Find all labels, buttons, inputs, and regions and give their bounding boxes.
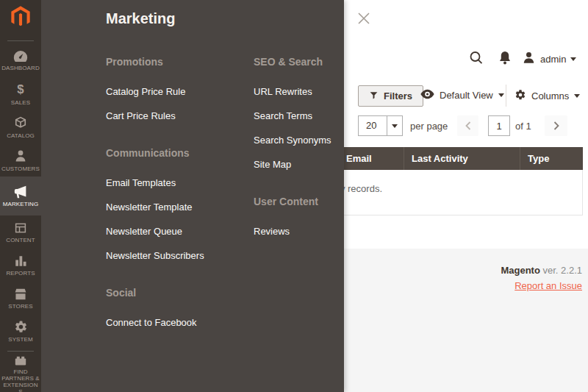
dashboard-icon bbox=[13, 50, 28, 63]
menu-item-catalog-price-rule[interactable]: Catalog Price Rule bbox=[106, 86, 245, 98]
chevron-down-icon bbox=[570, 57, 576, 61]
report-an-issue-link[interactable]: Report an Issue bbox=[514, 280, 582, 291]
svg-text:$: $ bbox=[17, 82, 24, 96]
section-heading: Communications bbox=[106, 147, 245, 160]
search-icon[interactable] bbox=[468, 50, 484, 69]
default-view-dropdown[interactable]: Default View bbox=[420, 89, 504, 101]
sidebar-divider bbox=[7, 351, 34, 352]
flyout-column-2: SEO & Search URL Rewrites Search Terms S… bbox=[254, 56, 379, 263]
gear-icon bbox=[14, 320, 28, 334]
marketing-flyout-menu: Marketing Promotions Catalog Price Rule … bbox=[41, 0, 344, 392]
menu-item-search-terms[interactable]: Search Terms bbox=[254, 110, 379, 122]
user-icon bbox=[522, 51, 536, 68]
per-page-label: per page bbox=[410, 121, 448, 132]
version-number: ver. 2.2.1 bbox=[543, 265, 582, 276]
notifications-bell-icon[interactable] bbox=[497, 49, 513, 70]
chevron-down-icon bbox=[392, 124, 398, 128]
section-communications: Communications Email Templates Newslette… bbox=[106, 147, 245, 262]
menu-item-email-templates[interactable]: Email Templates bbox=[106, 177, 245, 189]
sidebar-item-sales[interactable]: $ SALES bbox=[0, 77, 41, 110]
gear-icon bbox=[514, 89, 526, 103]
section-promotions: Promotions Catalog Price Rule Cart Price… bbox=[106, 56, 245, 122]
chevron-down-icon bbox=[498, 93, 504, 97]
menu-item-newsletter-template[interactable]: Newsletter Template bbox=[106, 202, 245, 213]
admin-sidebar: DASHBOARD $ SALES CATALOG CUSTOMERS MARK… bbox=[0, 0, 41, 392]
magento-logo[interactable] bbox=[9, 5, 32, 29]
menu-item-url-rewrites[interactable]: URL Rewrites bbox=[254, 86, 379, 98]
close-icon[interactable] bbox=[357, 12, 372, 26]
sidebar-item-find-partners[interactable]: FIND PARTNERS & EXTENSIONS bbox=[0, 354, 41, 392]
section-social: Social Connect to Facebook bbox=[106, 287, 245, 329]
admin-account-menu[interactable]: admin bbox=[522, 51, 576, 68]
menu-item-newsletter-queue[interactable]: Newsletter Queue bbox=[106, 226, 245, 238]
chevron-right-icon bbox=[553, 121, 560, 130]
default-view-label: Default View bbox=[440, 90, 493, 101]
select-arrow-segment bbox=[387, 116, 402, 135]
sidebar-nav: DASHBOARD $ SALES CATALOG CUSTOMERS MARK… bbox=[0, 44, 41, 392]
chevron-left-icon bbox=[465, 121, 472, 130]
menu-item-search-synonyms[interactable]: Search Synonyms bbox=[254, 135, 379, 146]
toolbar-divider bbox=[506, 85, 506, 107]
dollar-icon: $ bbox=[13, 82, 28, 97]
sidebar-divider bbox=[7, 40, 34, 41]
magento-brand: Magento bbox=[501, 265, 539, 276]
admin-username: admin bbox=[540, 54, 566, 65]
section-heading: Promotions bbox=[106, 56, 245, 68]
chevron-down-icon bbox=[574, 94, 580, 98]
eye-icon bbox=[420, 89, 434, 101]
section-seo-search: SEO & Search URL Rewrites Search Terms S… bbox=[254, 56, 379, 171]
previous-page-button[interactable] bbox=[457, 115, 478, 136]
section-heading: Social bbox=[106, 287, 245, 299]
flyout-column-1: Promotions Catalog Price Rule Cart Price… bbox=[106, 56, 245, 354]
bar-chart-icon bbox=[14, 254, 27, 268]
section-user-content: User Content Reviews bbox=[254, 196, 379, 238]
current-page-input[interactable] bbox=[488, 115, 510, 136]
columns-label: Columns bbox=[531, 90, 569, 101]
brick-icon bbox=[13, 354, 28, 366]
menu-item-connect-to-facebook[interactable]: Connect to Facebook bbox=[106, 317, 245, 329]
sidebar-item-dashboard[interactable]: DASHBOARD bbox=[0, 44, 41, 77]
storefront-icon bbox=[13, 288, 28, 301]
megaphone-icon bbox=[13, 185, 28, 199]
sidebar-item-reports[interactable]: REPORTS bbox=[0, 249, 41, 282]
menu-item-newsletter-subscribers[interactable]: Newsletter Subscribers bbox=[106, 250, 245, 262]
magento-version: Magento ver. 2.2.1 bbox=[501, 265, 582, 276]
sidebar-item-system[interactable]: SYSTEM bbox=[0, 315, 41, 348]
filters-button-label: Filters bbox=[384, 90, 412, 101]
layout-icon bbox=[14, 221, 27, 235]
section-heading: User Content bbox=[254, 196, 379, 208]
grid-header-type[interactable]: Type bbox=[520, 147, 583, 170]
sidebar-item-catalog[interactable]: CATALOG bbox=[0, 110, 41, 143]
columns-dropdown[interactable]: Columns bbox=[514, 89, 580, 103]
menu-item-cart-price-rules[interactable]: Cart Price Rules bbox=[106, 110, 245, 122]
grid-header-last-activity[interactable]: Last Activity bbox=[404, 147, 520, 170]
sidebar-item-content[interactable]: CONTENT bbox=[0, 215, 41, 249]
person-icon bbox=[14, 149, 27, 163]
menu-item-reviews[interactable]: Reviews bbox=[254, 226, 379, 238]
flyout-title: Marketing bbox=[106, 10, 175, 27]
sidebar-item-customers[interactable]: CUSTOMERS bbox=[0, 143, 41, 177]
box-icon bbox=[13, 115, 28, 130]
next-page-button[interactable] bbox=[545, 115, 567, 136]
total-pages-label: of 1 bbox=[515, 121, 531, 132]
sidebar-item-marketing[interactable]: MARKETING bbox=[0, 177, 41, 215]
section-heading: SEO & Search bbox=[254, 56, 379, 68]
sidebar-item-stores[interactable]: STORES bbox=[0, 282, 41, 315]
menu-item-site-map[interactable]: Site Map bbox=[254, 159, 379, 171]
